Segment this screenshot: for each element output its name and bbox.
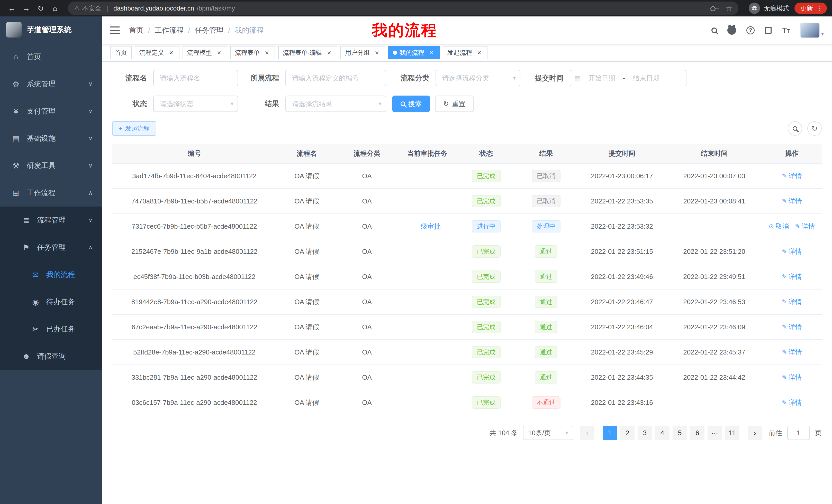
home-button[interactable]: ⌂ (48, 2, 62, 15)
pagination-page-2[interactable]: 2 (620, 426, 634, 440)
hamburger-icon[interactable] (110, 26, 120, 34)
tab-user-group[interactable]: 用户分组× (340, 46, 385, 59)
result-select[interactable] (285, 95, 386, 112)
font-size-icon[interactable]: TT (782, 26, 790, 34)
payment-icon: ¥ (10, 107, 22, 116)
sidebar-item-devtools[interactable]: ⚒研发工具∨ (0, 152, 102, 179)
category-select[interactable] (436, 70, 520, 86)
close-icon[interactable]: × (263, 49, 270, 56)
sidebar-item-done-tasks[interactable]: ✂已办任务 (0, 315, 102, 343)
cell-process-name: OA 请假 (277, 239, 337, 264)
pagination-jump-input[interactable] (787, 426, 810, 440)
update-button[interactable]: 更新 ⋮ (795, 3, 827, 14)
help-icon[interactable]: ? (746, 26, 755, 34)
detail-link[interactable]: ✎详情 (782, 172, 802, 180)
sidebar-item-my-process[interactable]: ✉我的流程 (0, 261, 102, 288)
tab-process-definition[interactable]: 流程定义× (135, 46, 179, 59)
menu-dots-icon[interactable]: ⋮ (815, 4, 824, 12)
github-icon[interactable] (727, 26, 736, 35)
pagination-page-3[interactable]: 3 (638, 426, 652, 440)
pagination-more-button[interactable]: ··· (707, 426, 722, 440)
pagination-page-6[interactable]: 6 (690, 426, 704, 440)
table-row: 7317cec6-7b9b-11ec-b5b7-acde48001122OA 请… (112, 214, 822, 239)
pagination-page-1[interactable]: 1 (603, 426, 617, 440)
detail-link[interactable]: ✎详情 (795, 222, 815, 231)
tab-label: 流程模型 (187, 49, 212, 57)
detail-link[interactable]: ✎详情 (782, 348, 802, 357)
sidebar-item-label: 系统管理 (27, 79, 55, 89)
sidebar-item-process-management[interactable]: ≣流程管理∨ (0, 206, 102, 234)
user-avatar[interactable]: ▾ (800, 23, 824, 38)
close-icon[interactable]: × (326, 49, 333, 56)
sidebar-item-system-management[interactable]: ⚙系统管理∨ (0, 71, 102, 97)
pagination-page-5[interactable]: 5 (673, 426, 687, 440)
tab-process-form-edit[interactable]: 流程表单-编辑× (278, 46, 337, 59)
search-icon (400, 102, 405, 106)
breadcrumb-item-2[interactable]: 任务管理 (195, 25, 224, 35)
bookmark-star-icon[interactable]: ☆ (726, 4, 732, 12)
close-icon[interactable]: × (373, 49, 381, 56)
tab-my-process[interactable]: 我的流程× (388, 46, 440, 59)
reload-button[interactable]: ↻ (34, 2, 47, 15)
toggle-search-button[interactable] (788, 121, 802, 136)
breadcrumb-item-0[interactable]: 首页 (129, 25, 144, 35)
sidebar-item-leave-query[interactable]: ☻请假查询 (0, 343, 102, 370)
detail-link[interactable]: ✎详情 (782, 323, 802, 332)
close-icon[interactable]: × (215, 49, 223, 56)
tab-process-form[interactable]: 流程表单× (230, 46, 275, 59)
key-icon[interactable] (710, 6, 719, 10)
forward-button[interactable]: → (20, 2, 33, 15)
close-icon[interactable]: × (476, 49, 483, 56)
cell-id: 7317cec6-7b9b-11ec-b5b7-acde48001122 (112, 214, 277, 239)
date-end-input[interactable] (627, 74, 665, 82)
cancel-link[interactable]: ⊘取消 (769, 222, 789, 231)
search-icon (793, 126, 797, 131)
detail-link[interactable]: ✎详情 (782, 298, 802, 306)
pagination-page-11[interactable]: 11 (725, 426, 739, 440)
pagination-prev-button[interactable]: ‹ (580, 426, 594, 440)
app-logo[interactable]: 芋道管理系统 (0, 17, 102, 43)
fullscreen-icon[interactable] (765, 27, 772, 34)
detail-link[interactable]: ✎详情 (782, 373, 802, 382)
detail-link[interactable]: ✎详情 (782, 197, 802, 206)
breadcrumb-item-1[interactable]: 工作流程 (155, 25, 184, 35)
process-name-input[interactable] (153, 70, 238, 86)
url-path: /bpm/task/my (197, 5, 235, 12)
sidebar-item-infrastructure[interactable]: ▤基础设施∨ (0, 125, 102, 152)
cell-actions: ✎详情 (762, 390, 822, 415)
sidebar-item-payment-management[interactable]: ¥支付管理∨ (0, 97, 102, 125)
sidebar-item-task-management[interactable]: ⚑任务管理∧ (0, 234, 102, 261)
sidebar-item-home[interactable]: ⌂首页 (0, 43, 102, 71)
submit-time-range-picker[interactable]: ▦ - (570, 70, 686, 86)
pagination-page-4[interactable]: 4 (655, 426, 670, 440)
tab-process-model[interactable]: 流程模型× (183, 46, 227, 59)
search-button[interactable]: 搜索 (392, 95, 430, 112)
date-start-input[interactable] (583, 74, 621, 82)
detail-link[interactable]: ✎详情 (782, 272, 802, 281)
close-icon[interactable]: × (428, 49, 435, 56)
refresh-table-button[interactable]: ↻ (807, 121, 822, 136)
tab-home[interactable]: 首页 (110, 46, 132, 59)
detail-link[interactable]: ✎详情 (782, 247, 802, 256)
edit-icon: ✎ (782, 273, 787, 280)
reset-button[interactable]: ↻ 重置 (435, 95, 474, 112)
detail-link[interactable]: ✎详情 (782, 398, 802, 407)
cell-id: 03c6c157-7b9a-11ec-a290-acde48001122 (112, 390, 277, 415)
sidebar-item-todo-tasks[interactable]: ◉待办任务 (0, 288, 102, 315)
close-icon[interactable]: × (167, 49, 175, 56)
tab-start-process[interactable]: 发起流程× (443, 46, 488, 59)
sidebar-item-label: 已办任务 (46, 324, 75, 334)
address-bar[interactable]: ⚠ 不安全 | dashboard.yudao.iocoder.cn /bpm/… (68, 2, 738, 15)
start-process-button[interactable]: + 发起流程 (112, 121, 156, 136)
current-task-link[interactable]: 一级审批 (414, 222, 441, 230)
pagination-next-button[interactable]: › (748, 426, 762, 440)
search-icon[interactable] (711, 27, 717, 33)
active-dot-icon (393, 51, 397, 55)
process-definition-input[interactable] (285, 70, 386, 86)
column-header: 状态 (458, 144, 515, 163)
status-tag: 已完成 (472, 371, 501, 384)
status-select[interactable] (153, 95, 238, 112)
back-button[interactable]: ← (5, 2, 19, 15)
sidebar-item-workflow[interactable]: ⊞工作流程∧ (0, 179, 102, 206)
page-size-select[interactable]: 10条/页 ▾ (523, 426, 573, 440)
